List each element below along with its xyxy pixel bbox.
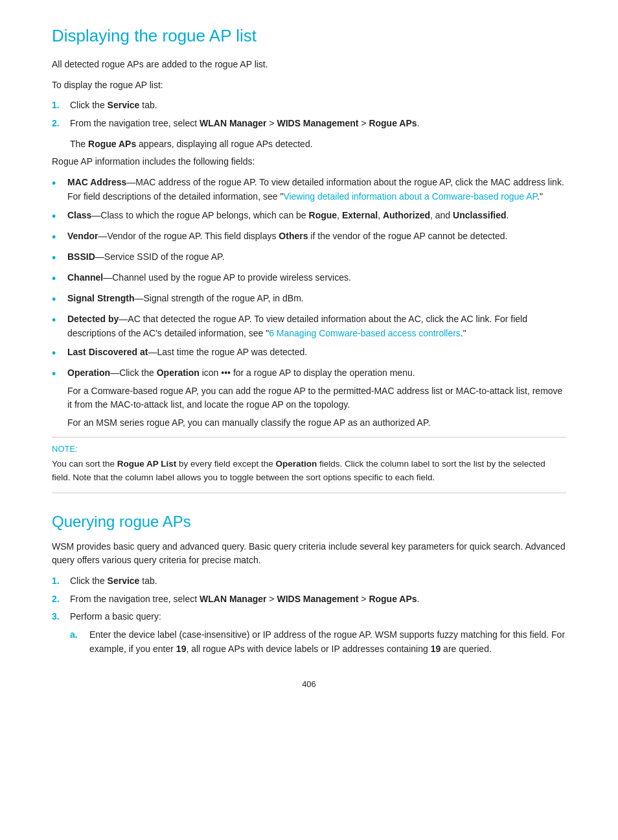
step2-bold2: WIDS Management bbox=[277, 118, 358, 128]
field-detected-bold: Detected by bbox=[67, 314, 119, 324]
field-operation: • Operation—Click the Operation icon •••… bbox=[52, 366, 566, 430]
section2-step2: 2. From the navigation tree, select WLAN… bbox=[52, 592, 566, 607]
section1-fields-intro: Rogue AP information includes the follow… bbox=[52, 155, 566, 169]
note-text: You can sort the Rogue AP List by every … bbox=[52, 458, 566, 485]
s2-bold-19b: 19 bbox=[431, 644, 441, 654]
field-last-discovered-content: Last Discovered at—Last time the rogue A… bbox=[67, 345, 566, 360]
s2-step2-bold1: WLAN Manager bbox=[200, 594, 266, 604]
bullet-icon: • bbox=[52, 229, 67, 246]
section1-field-list: • MAC Address—MAC address of the rogue A… bbox=[52, 176, 566, 430]
field-last-bold: Last Discovered at bbox=[67, 347, 148, 357]
section1-title: Displaying the rogue AP list bbox=[52, 26, 566, 46]
field-bssid-content: BSSID—Service SSID of the rogue AP. bbox=[67, 250, 566, 264]
s2-step3a-content: Enter the device label (case-insensitive… bbox=[89, 628, 566, 656]
bullet-icon: • bbox=[52, 176, 67, 192]
class-rogue: Rogue bbox=[309, 210, 338, 220]
operation-label-bold: Operation bbox=[157, 368, 200, 378]
step1-content: Click the Service tab. bbox=[70, 99, 566, 113]
step2-bold3: Rogue APs bbox=[369, 118, 417, 128]
s2-step2-bold3: Rogue APs bbox=[369, 594, 417, 604]
step1-bold: Service bbox=[108, 100, 140, 110]
section1-step2: 2. From the navigation tree, select WLAN… bbox=[52, 117, 566, 131]
s2-step2-num: 2. bbox=[52, 592, 70, 607]
operation-sub2: For an MSM series rogue AP, you can manu… bbox=[67, 416, 566, 430]
s2-step2-bold2: WIDS Management bbox=[277, 594, 358, 604]
s2-step3a: a. Enter the device label (case-insensit… bbox=[70, 628, 566, 656]
s2-step3-sub: a. Enter the device label (case-insensit… bbox=[70, 628, 566, 656]
field-mac-bold: MAC Address bbox=[67, 177, 126, 187]
s2-step3-content: Perform a basic query: a. Enter the devi… bbox=[70, 610, 566, 660]
field-operation-bold: Operation bbox=[67, 368, 110, 378]
section2-step3: 3. Perform a basic query: a. Enter the d… bbox=[52, 610, 566, 660]
section-displaying-rogue-ap-list: Displaying the rogue AP list All detecte… bbox=[52, 26, 566, 493]
field-class-bold: Class bbox=[67, 210, 91, 220]
class-authorized: Authorized bbox=[383, 210, 430, 220]
field-signal-strength-content: Signal Strength—Signal strength of the r… bbox=[67, 292, 566, 306]
field-channel-bold: Channel bbox=[67, 272, 103, 283]
field-channel-content: Channel—Channel used by the rogue AP to … bbox=[67, 271, 566, 285]
section1-step1: 1. Click the Service tab. bbox=[52, 99, 566, 113]
field-detected-by: • Detected by—AC that detected the rogue… bbox=[52, 312, 566, 340]
s2-alpha-a: a. bbox=[70, 628, 89, 642]
step2-sub-bold: Rogue APs bbox=[88, 139, 136, 149]
s2-step1-num: 1. bbox=[52, 574, 70, 589]
step1-num: 1. bbox=[52, 99, 70, 113]
section1-intro1: All detected rogue APs are added to the … bbox=[52, 58, 566, 72]
field-signal-bold: Signal Strength bbox=[67, 293, 134, 303]
ac-link[interactable]: 6 Managing Comware-based access controll… bbox=[269, 328, 461, 338]
bullet-icon: • bbox=[52, 271, 67, 287]
section1-intro2: To display the rogue AP list: bbox=[52, 78, 566, 93]
note-label: NOTE: bbox=[52, 444, 566, 454]
s2-step3-num: 3. bbox=[52, 610, 70, 660]
bullet-icon: • bbox=[52, 345, 67, 362]
section2-title: Querying rogue APs bbox=[52, 513, 566, 531]
bullet-icon: • bbox=[52, 312, 67, 329]
note-bold2: Operation bbox=[275, 459, 317, 469]
step2-content: From the navigation tree, select WLAN Ma… bbox=[70, 117, 566, 131]
field-signal-strength: • Signal Strength—Signal strength of the… bbox=[52, 292, 566, 308]
field-detected-by-content: Detected by—AC that detected the rogue A… bbox=[67, 312, 566, 340]
s2-step1-content: Click the Service tab. bbox=[70, 574, 566, 589]
class-unclassified: Unclassified bbox=[453, 210, 506, 220]
field-channel: • Channel—Channel used by the rogue AP t… bbox=[52, 271, 566, 287]
s2-step1-bold: Service bbox=[108, 576, 140, 586]
operation-sub1: For a Comware-based rogue AP, you can ad… bbox=[67, 384, 566, 412]
field-bssid: • BSSID—Service SSID of the rogue AP. bbox=[52, 250, 566, 266]
bullet-icon: • bbox=[52, 250, 67, 266]
note-bold1: Rogue AP List bbox=[117, 459, 177, 469]
field-last-discovered: • Last Discovered at—Last time the rogue… bbox=[52, 345, 566, 362]
field-class: • Class—Class to which the rogue AP belo… bbox=[52, 209, 566, 225]
class-external: External bbox=[342, 210, 378, 220]
section2-step1: 1. Click the Service tab. bbox=[52, 574, 566, 589]
field-operation-content: Operation—Click the Operation icon ••• f… bbox=[67, 366, 566, 430]
page-number: 406 bbox=[52, 679, 566, 689]
step2-num: 2. bbox=[52, 117, 70, 131]
s2-step2-content: From the navigation tree, select WLAN Ma… bbox=[70, 592, 566, 607]
field-mac-address: • MAC Address—MAC address of the rogue A… bbox=[52, 176, 566, 204]
field-vendor: • Vendor—Vendor of the rogue AP. This fi… bbox=[52, 229, 566, 246]
step2-bold1: WLAN Manager bbox=[200, 118, 266, 128]
bullet-icon: • bbox=[52, 366, 67, 382]
note-box: NOTE: You can sort the Rogue AP List by … bbox=[52, 437, 566, 493]
section2-steps: 1. Click the Service tab. 2. From the na… bbox=[52, 574, 566, 660]
bullet-icon: • bbox=[52, 292, 67, 308]
field-bssid-bold: BSSID bbox=[67, 251, 95, 262]
bullet-icon: • bbox=[52, 209, 67, 225]
mac-link[interactable]: Viewing detailed information about a Com… bbox=[283, 191, 537, 202]
section1-step2-sub: The Rogue APs appears, displaying all ro… bbox=[70, 137, 566, 152]
section-querying-rogue-aps: Querying rogue APs WSM provides basic qu… bbox=[52, 513, 566, 660]
field-vendor-content: Vendor—Vendor of the rogue AP. This fiel… bbox=[67, 229, 566, 244]
field-vendor-bold: Vendor bbox=[67, 231, 98, 241]
section2-intro: WSM provides basic query and advanced qu… bbox=[52, 540, 566, 568]
s2-bold-19a: 19 bbox=[176, 644, 187, 654]
field-class-content: Class—Class to which the rogue AP belong… bbox=[67, 209, 566, 223]
vendor-others: Others bbox=[279, 231, 308, 241]
section1-steps: 1. Click the Service tab. 2. From the na… bbox=[52, 99, 566, 130]
field-mac-address-content: MAC Address—MAC address of the rogue AP.… bbox=[67, 176, 566, 204]
